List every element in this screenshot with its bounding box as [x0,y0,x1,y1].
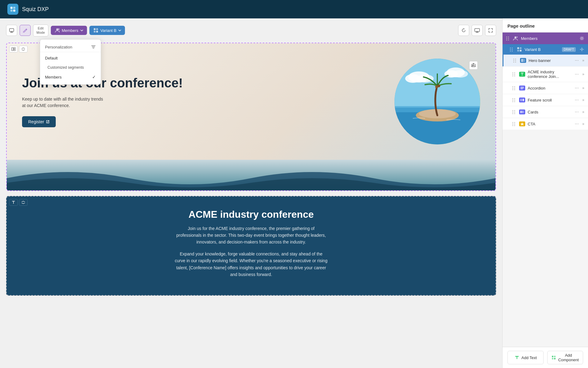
hero-subtitle: Keep up to date with all the industry tr… [22,96,108,109]
svg-rect-17 [14,48,15,49]
drag-handle-feature [512,98,515,102]
svg-rect-52 [554,356,556,357]
svg-marker-50 [520,122,524,126]
svg-rect-39 [520,47,522,49]
svg-rect-11 [94,31,96,33]
text-section-body1: Join us for the ACME industry conference… [175,225,328,246]
variant-settings-icon [579,47,584,52]
image-upload-button[interactable] [469,61,478,70]
edit-mode-button[interactable]: Edit Mode [33,25,48,36]
hero-banner-expand-button[interactable]: » [582,58,584,63]
panel-content: Members Variant B [503,33,588,347]
svg-rect-38 [517,47,519,49]
cards-menu-button[interactable]: ··· [574,109,580,115]
text-section-expand[interactable] [19,199,28,206]
add-text-icon [514,355,520,360]
accordion-expand-button[interactable]: » [582,86,584,90]
outline-members-row[interactable]: Members [503,33,588,44]
drag-handle-acme [512,72,515,76]
fullscreen-button[interactable] [485,25,496,36]
hero-cta-button[interactable]: Register [22,116,56,127]
outline-item-hero-banner[interactable]: Hero banner ··· » [503,55,588,67]
section-expand-button[interactable] [19,46,28,52]
add-component-icon [551,355,556,360]
drag-handle-cards [512,110,515,114]
personalization-dropdown: Personalization Default Customized segme… [40,39,101,85]
desktop-view-button[interactable] [472,25,483,36]
svg-rect-4 [9,29,14,32]
acme-text-menu-button[interactable]: ··· [574,71,580,77]
hero-banner-icon [520,58,526,63]
members-row-label: Members [521,36,577,41]
svg-rect-45 [520,99,522,101]
drag-handle-variant [510,48,513,52]
section-layout-icon[interactable] [9,46,18,52]
svg-rect-54 [554,358,556,359]
toolbar: Edit Mode Members Var [6,25,496,36]
drag-handle-cta [512,122,515,126]
variant-dropdown-button[interactable]: Variant B [89,26,125,35]
outline-item-cta[interactable]: CTA ··· » [503,118,588,130]
svg-rect-14 [476,32,478,32]
accordion-menu-button[interactable]: ··· [574,85,580,91]
dropdown-item-customized-segments[interactable]: Customized segments [40,63,101,72]
svg-point-22 [417,75,434,82]
add-text-label: Add Text [522,355,537,360]
acme-text-label: ACME industry conference Join... [528,70,571,79]
svg-point-25 [453,70,468,78]
wave-svg [7,160,496,190]
svg-rect-40 [517,50,519,52]
dropdown-item-default[interactable]: Default [40,53,101,63]
section-toolbar [9,46,28,52]
outline-item-feature-scroll[interactable]: Feature scroll ··· » [503,94,588,106]
dropdown-item-members[interactable]: Members ✓ [40,72,101,82]
filter-icon [91,44,96,49]
feature-scroll-expand-button[interactable]: » [582,98,584,102]
outline-item-accordion[interactable]: Accordion ··· » [503,82,588,94]
text-section-title: ACME industry conference [19,209,483,220]
toolbar-right-buttons [458,25,496,36]
cards-expand-button[interactable]: » [582,110,584,114]
variant-row-label: Variant B [525,47,560,52]
edit-icon-button[interactable] [20,25,31,36]
members-settings-icon [579,36,584,41]
preview-icon-button[interactable] [6,25,17,36]
wave-decoration [7,160,496,190]
svg-rect-18 [14,49,15,51]
outline-item-acme-text[interactable]: ACME industry conference Join... ··· » [503,67,588,82]
svg-point-8 [58,29,59,30]
hero-banner-menu-button[interactable]: ··· [574,58,580,63]
text-section-toolbar [9,199,28,206]
main-layout: Edit Mode Members Var [0,18,588,368]
svg-rect-9 [94,28,96,30]
svg-rect-2 [10,10,13,12]
cta-expand-button[interactable]: » [582,122,584,126]
svg-rect-12 [96,31,98,33]
drag-handle-hero [513,59,516,63]
hero-image-area [394,59,480,144]
outline-item-cards[interactable]: Cards ··· » [503,106,588,118]
members-icon [513,36,518,41]
add-component-button[interactable]: Add Component [547,351,583,364]
svg-point-37 [581,38,583,39]
text-type-icon[interactable] [9,199,18,206]
feature-scroll-menu-button[interactable]: ··· [574,97,580,103]
variant-label: Variant B [100,28,117,33]
svg-rect-0 [10,7,13,9]
svg-rect-6 [10,32,13,33]
drag-handle-members [506,36,509,40]
hero-banner-label: Hero banner [529,58,571,63]
acme-text-expand-button[interactable]: » [582,72,584,76]
outline-variant-row[interactable]: Variant B DRAFT [503,44,588,55]
drag-handle-accordion [512,86,515,90]
svg-rect-13 [475,29,480,32]
members-dropdown-button[interactable]: Members [51,26,87,35]
acme-text-icon [519,72,525,77]
cta-menu-button[interactable]: ··· [574,121,580,127]
svg-rect-49 [523,111,524,113]
add-text-button[interactable]: Add Text [507,351,544,364]
variant-icon [517,47,522,52]
refresh-button[interactable] [458,25,469,36]
center-content-area: Edit Mode Members Var [0,18,502,368]
svg-rect-15 [476,32,479,33]
